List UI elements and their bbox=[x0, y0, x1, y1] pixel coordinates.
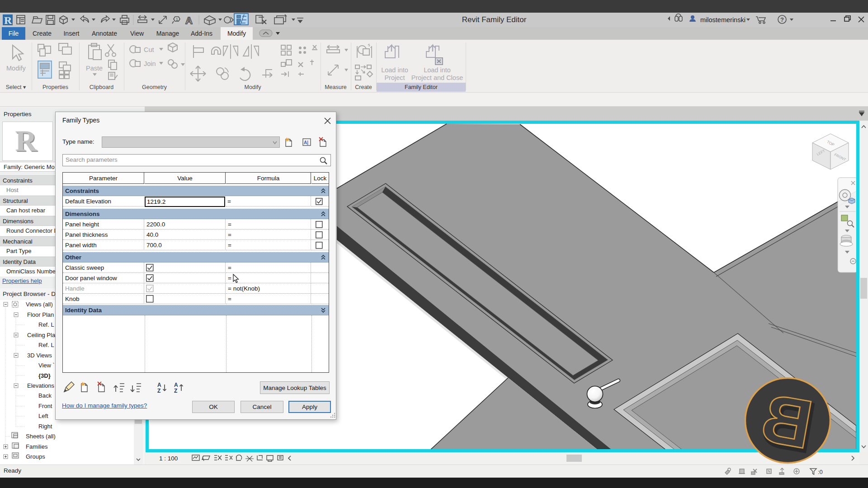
svg-text:{3D}: {3D} bbox=[38, 372, 51, 379]
svg-text:1 : 100: 1 : 100 bbox=[159, 455, 178, 462]
svg-text:Cut: Cut bbox=[144, 46, 154, 53]
svg-text:Z: Z bbox=[157, 388, 160, 394]
svg-text:3D Views: 3D Views bbox=[27, 352, 52, 359]
svg-text:Families: Families bbox=[26, 443, 48, 450]
svg-text:Modify: Modify bbox=[6, 65, 26, 72]
svg-text:Paste: Paste bbox=[86, 65, 103, 72]
svg-text:Views (all): Views (all) bbox=[26, 301, 53, 308]
svg-text:A: A bbox=[174, 382, 178, 388]
svg-text:A: A bbox=[185, 15, 193, 26]
svg-text:Right: Right bbox=[38, 423, 52, 430]
svg-text:Sheets (all): Sheets (all) bbox=[26, 433, 56, 440]
svg-text:Load into: Load into bbox=[381, 66, 408, 74]
svg-text:R: R bbox=[4, 14, 12, 26]
svg-text:1: 1 bbox=[176, 17, 178, 22]
svg-text:Ref. L: Ref. L bbox=[38, 342, 54, 348]
svg-text:Front: Front bbox=[38, 403, 52, 409]
svg-text:Z: Z bbox=[174, 388, 177, 394]
svg-text:Left: Left bbox=[38, 413, 48, 419]
svg-text::0: :0 bbox=[818, 469, 823, 475]
svg-text:Elevations: Elevations bbox=[27, 382, 54, 389]
svg-text:Revit Family Editor: Revit Family Editor bbox=[462, 15, 527, 24]
svg-text:Project: Project bbox=[384, 74, 405, 81]
svg-text:Groups: Groups bbox=[26, 453, 45, 460]
svg-text:?: ? bbox=[780, 16, 784, 23]
svg-text:Join: Join bbox=[144, 60, 156, 67]
svg-text:Floor Plan: Floor Plan bbox=[27, 311, 54, 318]
svg-text:Ref. L: Ref. L bbox=[38, 321, 54, 328]
svg-text:Ceiling Pla: Ceiling Pla bbox=[27, 332, 56, 338]
svg-text:milostemerinski: milostemerinski bbox=[700, 16, 745, 23]
svg-text:A|: A| bbox=[304, 140, 308, 145]
svg-text:Project and Close: Project and Close bbox=[411, 74, 463, 81]
svg-text:Back: Back bbox=[38, 392, 52, 399]
svg-text:View `: View ` bbox=[38, 362, 55, 369]
svg-text:A: A bbox=[157, 382, 161, 388]
svg-text:Load into: Load into bbox=[424, 66, 451, 74]
